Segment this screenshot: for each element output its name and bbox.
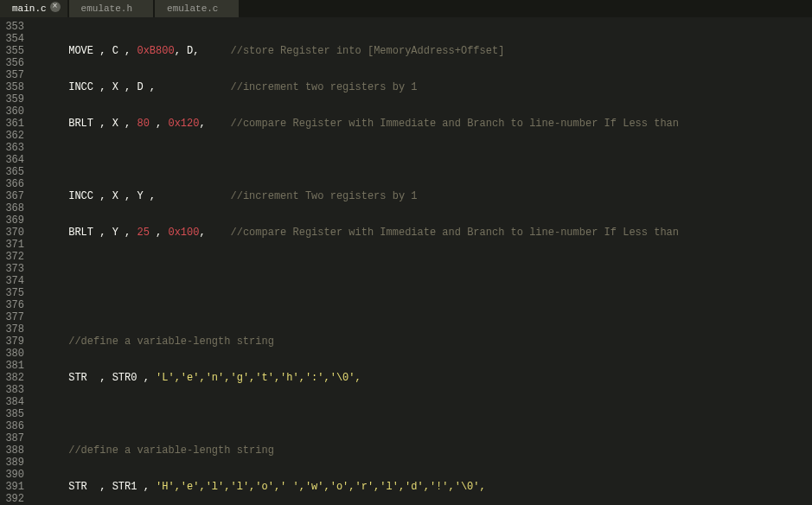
line-number: 385 (0, 408, 24, 420)
line-number: 382 (0, 372, 24, 384)
line-number: 373 (0, 263, 24, 275)
tab-label: emulate.c (167, 3, 218, 15)
code-line: //define a variable-length string (31, 336, 812, 348)
line-number: 379 (0, 336, 24, 348)
line-number: 371 (0, 239, 24, 251)
line-number: 392 (0, 493, 24, 505)
line-number: 390 (0, 469, 24, 481)
code-line: STR , STR0 , 'L','e','n','g','t','h',':'… (31, 372, 812, 384)
line-number: 376 (0, 299, 24, 311)
line-number: 388 (0, 444, 24, 457)
code-line: STR , STR1 , 'H','e','l','l','o',' ','w'… (31, 481, 812, 493)
line-number: 362 (0, 130, 24, 142)
line-number: 354 (0, 33, 24, 45)
line-number: 389 (0, 457, 24, 469)
code-line: //define a variable-length string (31, 444, 812, 457)
line-number: 355 (0, 45, 24, 57)
editor: 3533543553563573583593603613623633643653… (0, 17, 812, 505)
line-number: 387 (0, 432, 24, 444)
line-number: 359 (0, 93, 24, 105)
tab-label: emulate.h (81, 3, 132, 15)
line-number: 367 (0, 190, 24, 202)
line-number: 380 (0, 348, 24, 360)
line-number: 383 (0, 384, 24, 396)
line-number: 372 (0, 251, 24, 263)
line-number: 378 (0, 323, 24, 336)
line-number: 368 (0, 202, 24, 214)
line-number: 377 (0, 311, 24, 323)
code-line: INCC , X , D , //increment two registers… (31, 81, 812, 93)
line-number: 365 (0, 166, 24, 178)
tab-main-c[interactable]: main.c × (0, 0, 67, 17)
line-number: 384 (0, 396, 24, 408)
line-number: 374 (0, 275, 24, 287)
line-number: 360 (0, 105, 24, 118)
line-number: 357 (0, 69, 24, 81)
line-number: 364 (0, 154, 24, 166)
code-line: BRLT , Y , 25 , 0x100, //compare Registe… (31, 227, 812, 239)
tab-bar: main.c × emulate.h emulate.c (0, 0, 812, 17)
line-number: 375 (0, 287, 24, 299)
line-number: 363 (0, 142, 24, 154)
line-number: 386 (0, 420, 24, 432)
line-number: 356 (0, 57, 24, 69)
code-line: INCC , X , Y , //increment Two registers… (31, 190, 812, 202)
line-number: 353 (0, 21, 24, 33)
close-icon[interactable]: × (50, 2, 61, 12)
line-number: 370 (0, 227, 24, 239)
line-number: 366 (0, 178, 24, 190)
tab-emulate-h[interactable]: emulate.h (69, 0, 153, 17)
tab-label: main.c (12, 3, 47, 15)
code-line: MOVE , C , 0xB800, D, //store Register i… (31, 45, 812, 57)
tab-emulate-c[interactable]: emulate.c (155, 0, 239, 17)
line-number: 358 (0, 81, 24, 93)
line-number: 391 (0, 481, 24, 493)
line-number-gutter: 3533543553563573583593603613623633643653… (0, 17, 31, 505)
code-line: BRLT , X , 80 , 0x120, //compare Registe… (31, 118, 812, 130)
line-number: 381 (0, 360, 24, 372)
line-number: 369 (0, 214, 24, 227)
code-area[interactable]: MOVE , C , 0xB800, D, //store Register i… (31, 17, 812, 505)
line-number: 361 (0, 118, 24, 130)
